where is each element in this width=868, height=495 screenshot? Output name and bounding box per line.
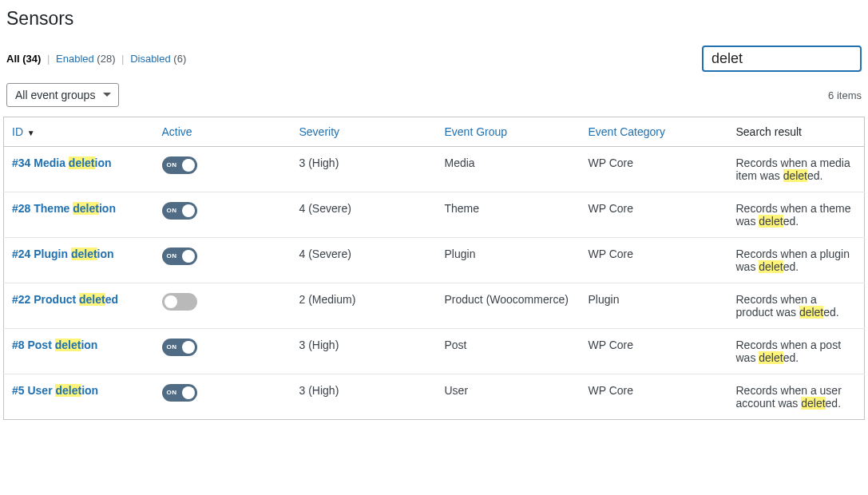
category-cell: WP Core — [581, 374, 728, 420]
severity-cell: 3 (High) — [291, 147, 437, 192]
filter-disabled[interactable]: Disabled (6) — [130, 53, 186, 65]
active-toggle[interactable] — [162, 293, 197, 311]
active-toggle[interactable]: ON — [162, 248, 197, 265]
active-toggle[interactable]: ON — [162, 384, 197, 402]
event-group-select[interactable]: All event groups — [6, 83, 119, 107]
table-row: #28 Theme deletionON4 (Severe)ThemeWP Co… — [4, 192, 865, 238]
group-cell: Plugin — [437, 238, 581, 283]
col-result: Search result — [728, 117, 865, 147]
table-row: #5 User deletionON3 (High)UserWP CoreRec… — [4, 374, 865, 420]
filter-all[interactable]: All (34) — [6, 53, 41, 65]
result-cell: Records when a user account was deleted. — [728, 374, 865, 420]
result-cell: Records when a post was deleted. — [728, 329, 865, 374]
sensor-link[interactable]: #28 Theme deletion — [12, 202, 116, 215]
group-cell: User — [437, 374, 581, 420]
col-active[interactable]: Active — [154, 117, 291, 147]
table-row: #34 Media deletionON3 (High)MediaWP Core… — [4, 147, 865, 192]
col-severity[interactable]: Severity — [291, 117, 437, 147]
category-cell: WP Core — [581, 147, 728, 192]
severity-cell: 3 (High) — [291, 329, 437, 374]
search-input[interactable] — [702, 46, 862, 72]
category-cell: WP Core — [581, 192, 728, 238]
group-cell: Product (Woocommerce) — [437, 283, 581, 329]
col-id[interactable]: ID ▼ — [4, 117, 154, 147]
col-category[interactable]: Event Category — [581, 117, 728, 147]
category-cell: Plugin — [581, 283, 728, 329]
items-count: 6 items — [828, 89, 862, 101]
active-toggle[interactable]: ON — [162, 202, 197, 220]
group-cell: Theme — [437, 192, 581, 238]
result-cell: Records when a plugin was deleted. — [728, 238, 865, 283]
group-cell: Media — [437, 147, 581, 192]
severity-cell: 4 (Severe) — [291, 192, 437, 238]
category-cell: WP Core — [581, 238, 728, 283]
severity-cell: 2 (Medium) — [291, 283, 437, 329]
sensors-table: ID ▼ Active Severity Event Group Event C… — [3, 117, 865, 420]
view-filters: All (34) | Enabled (28) | Disabled (6) — [6, 53, 186, 65]
table-row: #22 Product deleted2 (Medium)Product (Wo… — [4, 283, 865, 329]
group-cell: Post — [437, 329, 581, 374]
active-toggle[interactable]: ON — [162, 156, 197, 174]
sensor-link[interactable]: #5 User deletion — [12, 384, 98, 397]
sensor-link[interactable]: #34 Media deletion — [12, 156, 112, 169]
active-toggle[interactable]: ON — [162, 339, 197, 356]
result-cell: Records when a product was deleted. — [728, 283, 865, 329]
sensor-link[interactable]: #24 Plugin deletion — [12, 248, 114, 260]
col-group[interactable]: Event Group — [437, 117, 581, 147]
severity-cell: 4 (Severe) — [291, 238, 437, 283]
result-cell: Records when a theme was deleted. — [728, 192, 865, 238]
sort-desc-icon: ▼ — [25, 129, 35, 137]
sensor-link[interactable]: #8 Post deletion — [12, 339, 97, 351]
result-cell: Records when a media item was deleted. — [728, 147, 865, 192]
page-title: Sensors — [6, 8, 865, 30]
table-row: #24 Plugin deletionON4 (Severe)PluginWP … — [4, 238, 865, 283]
category-cell: WP Core — [581, 329, 728, 374]
table-row: #8 Post deletionON3 (High)PostWP CoreRec… — [4, 329, 865, 374]
severity-cell: 3 (High) — [291, 374, 437, 420]
sensor-link[interactable]: #22 Product deleted — [12, 293, 118, 306]
filter-enabled[interactable]: Enabled (28) — [56, 53, 115, 65]
